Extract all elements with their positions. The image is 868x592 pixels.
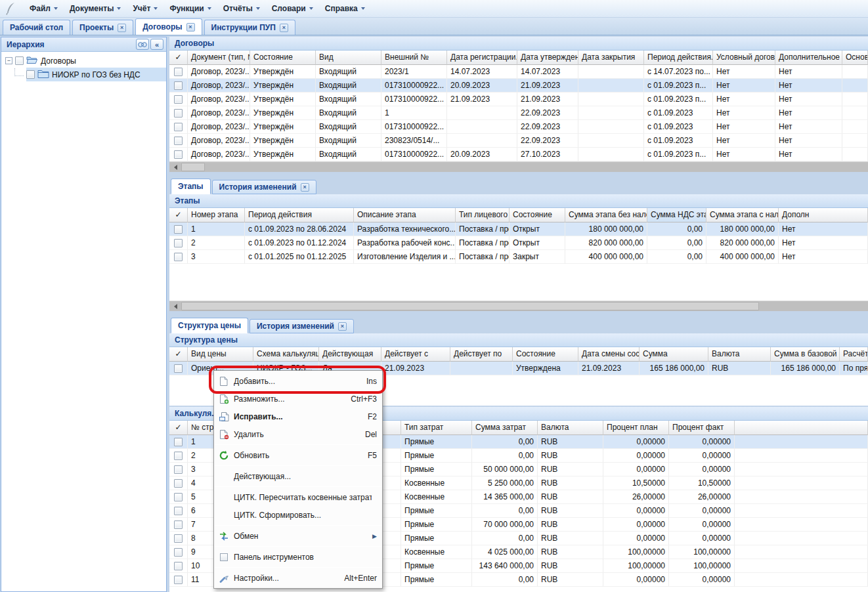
checkbox-cell[interactable] [169, 449, 188, 463]
column-header[interactable]: Процент факт [669, 421, 735, 435]
row-checkbox[interactable] [174, 68, 183, 76]
checkbox-cell[interactable] [169, 134, 188, 148]
tab-История изменений[interactable]: История изменений× [212, 180, 316, 194]
row-checkbox[interactable] [174, 452, 183, 460]
tab-Рабочий стол[interactable]: Рабочий стол [3, 20, 70, 35]
column-header[interactable]: Дополн [779, 208, 868, 222]
menu-item-настройки-[interactable]: Настройки...Alt+Enter [214, 569, 382, 587]
row-checkbox[interactable] [174, 364, 183, 373]
menubar-item-Функции[interactable]: Функции [163, 2, 217, 15]
menu-item-обмен[interactable]: Обмен▶ [214, 527, 382, 545]
scroll-left-arrow-icon[interactable] [169, 162, 181, 172]
column-header[interactable]: Сумма НДС этапа [647, 208, 706, 222]
column-header[interactable]: Расчёт [840, 347, 868, 362]
column-header[interactable]: Валюта [708, 347, 771, 362]
table-row[interactable]: Договор, 2023/...УтверждёнВходящий230823… [169, 134, 868, 148]
checkbox-cell[interactable] [169, 120, 188, 134]
column-header[interactable]: Дата закрытия [578, 51, 644, 65]
scrollbar-thumb[interactable] [181, 163, 205, 171]
table-row[interactable]: Договор, 2023/...УтверждёнВходящий017310… [169, 93, 868, 106]
checkbox-cell[interactable] [169, 65, 188, 79]
select-all-header[interactable]: ✓ [169, 421, 188, 435]
column-header[interactable]: Документ (тип, № [188, 51, 250, 65]
column-header[interactable]: Дополнительное с [775, 51, 842, 65]
menu-item-добавить-[interactable]: Добавить...Ins [214, 372, 382, 390]
row-checkbox[interactable] [174, 225, 183, 234]
menu-item-действующая-[interactable]: Действующая... [214, 467, 382, 485]
table-row[interactable]: Договор, 2023/...УтверждёнВходящий2023/1… [169, 65, 868, 79]
checkbox-cell[interactable] [169, 463, 188, 476]
checkbox-cell[interactable] [169, 250, 188, 264]
column-header[interactable]: Сумма затрат [472, 421, 538, 435]
checkbox-cell[interactable] [169, 148, 188, 161]
checkbox-cell[interactable] [169, 545, 188, 559]
checkbox-cell[interactable] [169, 559, 188, 573]
checkbox-cell[interactable] [169, 573, 188, 587]
tab-Проекты[interactable]: Проекты× [72, 20, 133, 35]
column-header[interactable]: Действует по [450, 347, 513, 362]
row-checkbox[interactable] [174, 507, 183, 515]
column-header[interactable]: Дата утверждения [517, 51, 578, 65]
tab-Договоры[interactable]: Договоры× [135, 18, 202, 35]
column-header[interactable]: Номер этапа [188, 208, 245, 222]
menubar-item-Файл[interactable]: Файл [24, 2, 64, 15]
column-header[interactable]: Состояние [250, 51, 316, 65]
checkbox-cell[interactable] [169, 532, 188, 545]
menu-item-цитк-сформировать-[interactable]: ЦИТК. Сформировать... [214, 506, 382, 524]
column-header[interactable]: Действует с [381, 347, 450, 362]
column-header[interactable]: Сумма [640, 347, 708, 362]
checkbox-cell[interactable] [169, 362, 188, 375]
column-header[interactable]: Валюта [538, 421, 603, 435]
row-checkbox[interactable] [174, 150, 183, 159]
checkbox-cell[interactable] [169, 435, 188, 449]
row-checkbox[interactable] [174, 253, 183, 261]
row-checkbox[interactable] [174, 465, 183, 474]
column-header[interactable]: Вид цены [188, 347, 253, 362]
tab-Инструкции ПУП[interactable]: Инструкции ПУП× [204, 20, 295, 35]
tab-Этапы[interactable]: Этапы [171, 179, 211, 194]
menubar-item-Документы[interactable]: Документы [64, 2, 127, 15]
row-checkbox[interactable] [174, 123, 183, 131]
menu-item-панель-инструментов[interactable]: Панель инструментов [214, 548, 382, 566]
tree-node-niokr[interactable]: НИОКР по ГОЗ без НДС [1, 68, 166, 81]
column-header[interactable]: Состояние [510, 208, 565, 222]
horizontal-scrollbar[interactable] [169, 301, 868, 311]
menubar-item-Учёт[interactable]: Учёт [127, 2, 163, 15]
column-header[interactable]: Дата смены состоя [578, 347, 640, 362]
find-button[interactable] [136, 39, 149, 50]
row-checkbox[interactable] [174, 534, 183, 543]
collapse-node-icon[interactable]: − [5, 57, 12, 64]
menu-item-размножить-[interactable]: Размножить...Ctrl+F3 [214, 390, 382, 408]
checkbox-cell[interactable] [169, 236, 188, 250]
checkbox-cell[interactable] [169, 504, 188, 518]
menu-item-обновить[interactable]: ОбновитьF5 [214, 446, 382, 464]
row-checkbox[interactable] [174, 95, 183, 104]
table-row[interactable]: Договор, 2023/...УтверждёнВходящий122.09… [169, 106, 868, 120]
column-header[interactable]: Сумма в базовой в [771, 347, 840, 362]
menubar-item-Отчёты[interactable]: Отчёты [217, 2, 266, 15]
column-header[interactable]: Действующая [319, 347, 381, 362]
menu-item-цитк-пересчитать-косвенные-затраты-[interactable]: ЦИТК. Пересчитать косвенные затраты... [214, 488, 382, 506]
column-header[interactable]: Процент план [603, 421, 669, 435]
column-header[interactable]: Основн [842, 51, 868, 65]
tree-node-contracts[interactable]: − Договоры [1, 54, 166, 68]
column-header[interactable]: Вид [316, 51, 381, 65]
column-header[interactable]: Период действия [245, 208, 354, 222]
select-all-header[interactable]: ✓ [169, 347, 188, 362]
tab-История изменений[interactable]: История изменений× [250, 319, 354, 333]
column-header[interactable]: Сумма этапа без налогов [565, 208, 647, 222]
collapse-panel-button[interactable]: « [150, 39, 163, 50]
column-header[interactable]: Тип лицевого счёт [456, 208, 510, 222]
tree-node-checkbox[interactable] [26, 70, 35, 79]
table-row[interactable]: Договор, 2023/...УтверждёнВходящий017310… [169, 148, 868, 161]
checkbox-cell[interactable] [169, 518, 188, 532]
checkbox-cell[interactable] [169, 106, 188, 120]
table-row[interactable]: 3с 01.01.2025 по 01.12.2025Изготовление … [169, 250, 868, 264]
row-checkbox[interactable] [174, 479, 183, 488]
table-row[interactable]: Договор, 2023/...УтверждёнВходящий017310… [169, 79, 868, 93]
checkbox-cell[interactable] [169, 79, 188, 93]
row-checkbox[interactable] [174, 493, 183, 501]
checkbox-cell[interactable] [169, 476, 188, 490]
close-icon[interactable]: × [186, 23, 195, 32]
scrollbar-thumb[interactable] [181, 302, 759, 310]
